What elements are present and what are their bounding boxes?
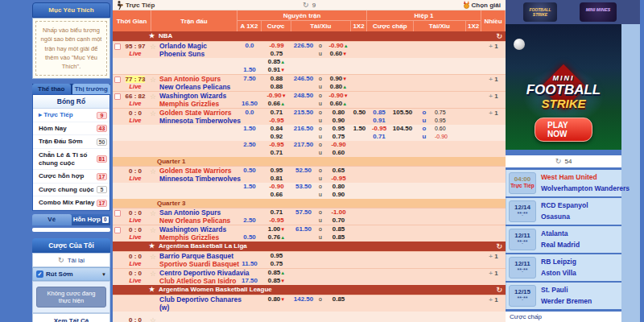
favorite-star-icon[interactable]: ☆ [150,209,156,217]
league-refresh-icon[interactable]: ↻ [496,31,502,41]
sidebar-item-combo-mix-parlay[interactable]: Combo Mix Parlay17 [33,196,109,210]
odds-cell[interactable]: 0.85▲ [262,58,291,66]
odds-cell[interactable]: 0.88 [262,83,291,91]
sidebar-item-c-c-chung-cu-c[interactable]: Cược chung cuộc5 [33,184,109,197]
team-name[interactable]: Minnesota Timberwolves [159,117,241,125]
odds-cell[interactable]: -0.95 [262,217,291,225]
odds-cell[interactable]: 0.95 [262,252,291,260]
odds-cell[interactable]: u [316,191,325,199]
more-markets[interactable]: + 1 [483,93,504,100]
favorite-star-icon[interactable]: ☆ [150,43,156,51]
no-bets-button[interactable]: Không cược đang thực hiện [36,287,106,308]
odds-cell[interactable]: u [414,117,435,125]
odds-cell[interactable]: 53.50 [291,183,316,191]
odds-cell[interactable]: 0.66 [262,191,291,199]
favorite-star-icon[interactable]: ☆ [150,253,156,261]
odds-cell[interactable]: u [316,149,325,157]
star-icon[interactable]: ★ [149,285,155,295]
odds-cell[interactable]: 1.50 [237,183,262,191]
odds-cell[interactable]: 0.60▲ [325,100,352,108]
upcoming-match-row[interactable]: 12/15**:**St. PauliWerder Bremen [506,283,621,309]
odds-cell[interactable]: -0.95 [262,117,291,125]
odds-cell[interactable]: u [316,83,325,91]
odds-cell[interactable]: 246.50 [291,75,316,83]
odds-cell[interactable]: 0.71 [367,133,391,141]
odds-cell[interactable]: -0.90▼ [325,92,352,100]
odds-cell[interactable]: 0.76▲ [262,233,291,242]
odds-cell[interactable]: 0.95 [435,117,444,125]
upcoming-match-row[interactable]: 12/11**:**AtalantaReal Madrid [506,226,621,253]
odds-cell[interactable]: 0.65 [325,167,352,175]
odds-cell[interactable]: 0.60 [435,125,444,133]
odds-cell[interactable]: -0.95 [325,175,352,183]
chevron-down-icon[interactable]: ▼ [101,272,106,277]
odds-cell[interactable]: 0.85 [325,233,352,242]
play-now-button[interactable]: PLAY NOW [535,118,592,142]
odds-cell[interactable]: u [316,217,325,225]
odds-cell[interactable]: 0.95 [325,125,352,133]
early-payout-row[interactable]: ✓ Rút Sớm ▼ [32,267,110,281]
odds-cell[interactable]: 0.60 [325,149,352,157]
more-markets[interactable]: + 1 [483,76,504,83]
odds-cell[interactable]: 61.50 [291,225,316,233]
odds-cell[interactable]: 0.80▼ [262,295,291,303]
favorite-star-icon[interactable]: ☆ [150,109,156,118]
upcoming-refresh-bar[interactable]: ↻ 54 [506,155,621,167]
team-name[interactable]: New Orleans Pelicans [159,83,230,91]
odds-cell[interactable]: 105.50 [391,109,414,117]
odds-cell[interactable]: o [316,75,325,83]
odds-cell[interactable]: 0.85▲ [262,269,291,277]
odds-cell[interactable]: 0.71 [262,208,291,217]
favorite-star-icon[interactable]: ☆ [150,270,156,278]
odds-cell[interactable]: 52.50 [291,167,316,175]
mini-mines-thumb[interactable]: MINI MINES [580,2,617,22]
team-name[interactable]: Centro Deportivo Rivadavia [159,269,249,277]
favorite-star-icon[interactable]: ☆ [150,93,156,101]
odds-cell[interactable]: 0.71 [262,149,291,157]
odds-cell[interactable]: u [316,117,325,125]
team-name[interactable]: Golden State Warriors [159,109,241,117]
odds-cell[interactable]: 2.50 [237,141,262,149]
odds-cell[interactable]: o [316,141,325,149]
team-name[interactable]: Golden State Warriors [159,167,241,175]
odds-cell[interactable]: u [316,50,325,58]
more-markets[interactable]: + 1 [483,109,504,117]
odds-cell[interactable]: 217.50 [291,141,316,149]
odds-cell[interactable]: 0.0 [237,109,262,117]
tab-thi-truong[interactable]: Thị trường [72,84,111,94]
odds-cell[interactable]: o [316,167,325,175]
odds-cell[interactable]: -0.90 [325,141,352,149]
more-markets[interactable]: + 1 [483,43,504,50]
odds-cell[interactable]: 0.75 [325,133,352,141]
odds-cell[interactable]: 0.85▼ [262,277,291,285]
odds-cell[interactable]: 142.50 [291,295,316,303]
football-strike-thumb[interactable]: FOOTBALL STRIKE [523,2,557,22]
team-name[interactable]: Washington Wizards [159,92,226,100]
odds-cell[interactable]: -0.95 [262,141,291,149]
odds-cell[interactable]: 0.75 [262,260,291,268]
tab-the-thao[interactable]: Thể thao [32,84,71,94]
odds-cell[interactable]: 0.92 [262,133,291,141]
odds-cell[interactable]: o [316,92,325,100]
team-name[interactable]: Memphis Grizzlies [159,100,226,108]
team-name[interactable]: Washington Wizards [159,225,226,233]
favorite-star-icon[interactable]: ☆ [150,316,156,322]
team-name[interactable]: Sportivo Suardi Basquet [159,260,239,268]
team-name[interactable]: Phoenix Suns [159,50,207,58]
more-markets[interactable]: + 1 [483,296,504,303]
odds-cell[interactable]: 248.50 [291,92,316,100]
odds-cell[interactable]: 0.0 [237,42,262,50]
odds-cell[interactable]: 0.88 [262,75,291,83]
odds-cell[interactable]: 16.50 [237,100,262,108]
tab-ve[interactable]: Vé [32,214,72,225]
odds-cell[interactable]: 7.50 [237,75,262,83]
odds-cell[interactable]: 0.85 [325,295,352,303]
team-name[interactable]: San Antonio Spurs [159,208,230,217]
odds-cell[interactable]: o [414,109,435,117]
odds-cell[interactable]: 0.91 [367,117,391,125]
odds-cell[interactable]: o [316,208,325,217]
odds-cell[interactable]: -1.00 [325,208,352,217]
odds-cell[interactable]: 0.85 [367,109,391,117]
odds-cell[interactable]: o [316,42,325,50]
odds-cell[interactable]: 0.81 [262,175,291,183]
